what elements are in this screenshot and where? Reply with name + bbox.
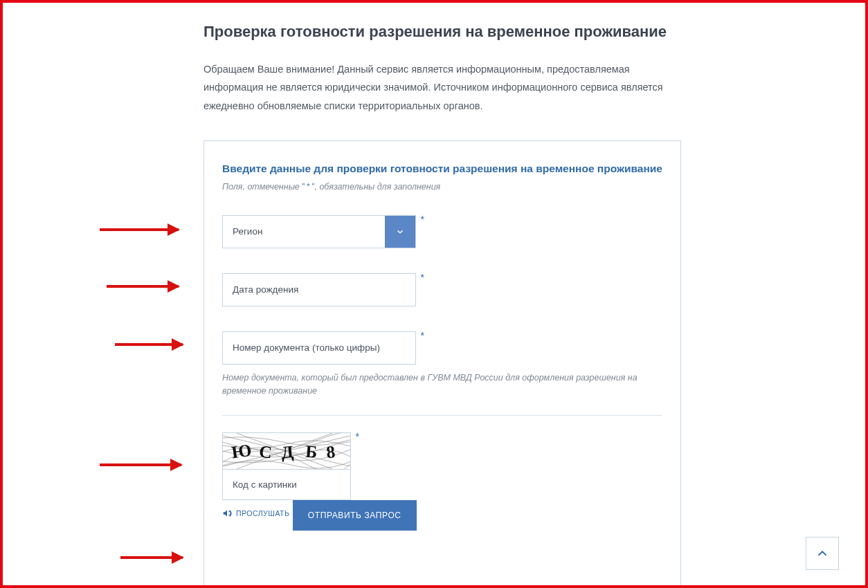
required-fields-note: Поля, отмеченные " * ", обязательны для …: [222, 182, 662, 192]
annotation-arrow: [120, 556, 183, 559]
captcha-input[interactable]: [222, 470, 351, 500]
docnum-field-row: *: [222, 331, 416, 365]
svg-text:Б: Б: [305, 441, 318, 461]
separator: [222, 415, 662, 416]
docnum-input[interactable]: [222, 331, 416, 365]
form-heading: Введите данные для проверки готовности р…: [222, 162, 662, 176]
required-indicator: *: [356, 431, 359, 442]
form-container: Введите данные для проверки готовности р…: [204, 140, 681, 588]
submit-button[interactable]: ОТПРАВИТЬ ЗАПРОС: [293, 500, 417, 531]
captcha-image: Ю С Д Б 8: [222, 432, 351, 470]
annotation-arrow: [100, 463, 181, 466]
svg-text:С: С: [258, 441, 273, 461]
page-title: Проверка готовности разрешения на времен…: [204, 22, 688, 42]
chevron-down-icon: [395, 227, 405, 237]
region-select-toggle[interactable]: [385, 216, 415, 248]
annotation-arrow: [107, 285, 179, 288]
required-indicator: *: [421, 272, 424, 283]
required-note-mark: " * ": [302, 182, 314, 190]
captcha-row: Ю С Д Б 8 *: [222, 432, 351, 500]
dob-field-row: *: [222, 273, 416, 306]
chevron-up-icon: [815, 546, 830, 561]
svg-text:Ю: Ю: [230, 440, 253, 461]
required-indicator: *: [421, 214, 424, 225]
submit-button-label: ОТПРАВИТЬ ЗАПРОС: [308, 511, 401, 520]
intro-paragraph: Обращаем Ваше внимание! Данный сервис яв…: [204, 60, 688, 116]
region-field-row: Регион *: [222, 215, 416, 248]
required-note-suffix: , обязательны для заполнения: [314, 182, 440, 192]
required-indicator: *: [421, 330, 424, 341]
dob-input[interactable]: [222, 273, 416, 306]
svg-text:Д: Д: [280, 441, 295, 461]
speaker-icon: [222, 508, 232, 518]
captcha-listen-label: ПРОСЛУШАТЬ: [236, 509, 289, 517]
docnum-helper-text: Номер документа, который был предоставле…: [222, 371, 651, 398]
captcha-listen-link[interactable]: ПРОСЛУШАТЬ: [222, 508, 289, 518]
main-content: Проверка готовности разрешения на времен…: [204, 22, 688, 588]
page-frame: Проверка готовности разрешения на времен…: [0, 0, 868, 588]
annotation-arrow: [115, 343, 183, 346]
scroll-to-top-button[interactable]: [806, 537, 839, 570]
annotation-arrow: [100, 228, 179, 231]
required-note-prefix: Поля, отмеченные: [222, 182, 302, 192]
region-select[interactable]: Регион: [222, 215, 416, 248]
region-select-label: Регион: [223, 216, 385, 248]
